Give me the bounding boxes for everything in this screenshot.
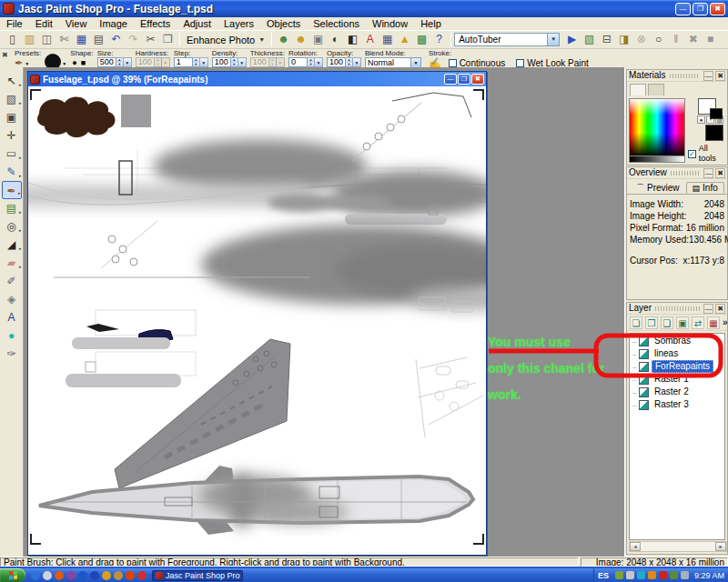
tab-preview[interactable]: ⌒ Preview <box>631 182 685 194</box>
quicklaunch-icon[interactable] <box>137 571 147 580</box>
tool-button[interactable]: ● ▸ <box>2 326 22 345</box>
quicklaunch-icon[interactable] <box>78 571 87 580</box>
tool-button[interactable]: ↖ ▸ <box>2 72 22 90</box>
color-picker[interactable] <box>629 98 685 156</box>
layer-row[interactable]: ‒ lineas <box>630 347 724 360</box>
tool-button[interactable]: ✑ ▸ <box>2 345 22 363</box>
layers-panel-titlebar[interactable]: Layer — ✖ <box>627 303 727 315</box>
tray-icon[interactable] <box>670 571 678 579</box>
quicklaunch-icon[interactable] <box>55 571 64 580</box>
tray-icon[interactable] <box>637 571 645 579</box>
scroll-track[interactable] <box>641 542 715 551</box>
layer-row[interactable]: ‒ Raster 2 <box>630 386 724 398</box>
tool-button[interactable]: ▭ ▸ <box>2 145 22 163</box>
doc-close-button[interactable]: ✖ <box>471 74 484 85</box>
spin-control[interactable]: 1 ▲▼ ▼ <box>174 57 208 67</box>
layer-row[interactable]: ‒ Raster 1 <box>630 373 724 386</box>
quicklaunch-icon[interactable] <box>43 571 52 580</box>
language-indicator[interactable]: ES <box>594 571 612 580</box>
quicklaunch-icon[interactable] <box>90 571 99 580</box>
grip-handle[interactable] <box>655 306 700 311</box>
enhance-photo-button[interactable]: Enhance Photo▼ <box>183 32 268 47</box>
spin-arrows[interactable]: ▲▼ <box>116 57 124 67</box>
toolbar-icon[interactable]: ✂ <box>142 32 159 47</box>
spin-value[interactable]: 500 <box>97 57 116 67</box>
toolbar-icon[interactable]: ✄ <box>56 32 73 47</box>
panel-minimize-button[interactable]: — <box>703 168 713 178</box>
grayscale-strip[interactable] <box>629 156 685 163</box>
menu-item[interactable]: Adjust <box>177 18 217 29</box>
close-options-icon[interactable]: ✖ <box>2 51 11 60</box>
spin-control[interactable]: 100 ▲▼ ▼ <box>327 57 361 67</box>
photo-toolbar-icon[interactable]: ? <box>430 32 448 47</box>
toolbar-icon[interactable]: ▯ <box>4 32 21 47</box>
script-toolbar-icon[interactable]: ‖ <box>667 32 684 47</box>
menu-item[interactable]: Layers <box>217 18 260 29</box>
toolbar-icon[interactable]: ◫ <box>38 32 56 47</box>
brush-tip-group[interactable]: ▼ <box>45 50 66 68</box>
spin-control[interactable]: 100 ▲▼ ▼ <box>250 57 285 67</box>
script-toolbar-icon[interactable]: ▶ <box>563 32 581 47</box>
script-toolbar-icon[interactable]: ○ <box>650 32 667 47</box>
quicklaunch-icon[interactable] <box>66 571 76 580</box>
spin-arrows[interactable]: ▲▼ <box>346 57 353 67</box>
spin-value[interactable]: 1 <box>174 57 193 67</box>
menu-item[interactable]: Edit <box>29 18 59 29</box>
tray-icon[interactable] <box>648 571 656 579</box>
overflow-chevron[interactable]: » <box>723 317 728 327</box>
start-button[interactable] <box>0 568 25 582</box>
tool-button[interactable]: ◎ ▸ <box>2 217 22 236</box>
script-toolbar-icon[interactable]: ■ <box>702 32 719 47</box>
minimize-button[interactable]: — <box>675 3 691 15</box>
tool-button[interactable]: ✐ ▸ <box>2 272 22 290</box>
tool-button[interactable]: ◈ ▸ <box>2 290 22 308</box>
spin-value[interactable]: 100 <box>212 57 231 67</box>
overview-panel-titlebar[interactable]: Overview — ✖ <box>627 167 727 179</box>
color-style-button[interactable]: ● <box>697 115 705 124</box>
menu-item[interactable]: View <box>59 18 94 29</box>
spin-value[interactable]: 0 <box>288 57 308 67</box>
panel-minimize-button[interactable]: — <box>703 304 713 314</box>
slider-drop-icon[interactable]: ▼ <box>277 57 285 67</box>
frame-tab[interactable] <box>630 84 646 95</box>
tool-button[interactable]: ◢ ▸ <box>2 236 22 254</box>
spin-arrows[interactable]: ▲▼ <box>193 57 200 67</box>
script-toolbar-icon[interactable]: ▧ <box>581 32 598 47</box>
slider-drop-icon[interactable]: ▼ <box>238 57 247 67</box>
layer-row[interactable]: ‒ ForReapaints <box>630 360 724 373</box>
photo-toolbar-icon[interactable]: ◧ <box>344 32 361 47</box>
spin-value[interactable]: 100 <box>136 57 155 67</box>
slider-drop-icon[interactable]: ▼ <box>124 57 132 67</box>
rainbow-tab[interactable] <box>648 84 664 95</box>
spin-control[interactable]: 500 ▲▼ ▼ <box>97 57 132 67</box>
spin-arrows[interactable]: ▲▼ <box>155 57 162 67</box>
panel-close-button[interactable]: ✖ <box>715 71 725 81</box>
spin-control[interactable]: 100 ▲▼ ▼ <box>212 57 247 67</box>
layer-row[interactable]: ‒ Sombras <box>630 335 724 347</box>
toolbar-icon[interactable]: ↷ <box>125 32 142 47</box>
menu-item[interactable]: Image <box>93 18 134 29</box>
spin-value[interactable]: 100 <box>250 57 269 67</box>
continuous-checkbox[interactable] <box>449 59 457 67</box>
close-button[interactable]: ✖ <box>710 3 725 15</box>
maximize-button[interactable]: ❐ <box>693 3 708 15</box>
menu-item[interactable]: Effects <box>134 18 177 29</box>
layer-toolbar-button[interactable]: ▦ <box>707 316 720 329</box>
taskbar-window-button[interactable]: Jasc Paint Shop Pro - ... <box>152 570 243 581</box>
scroll-left-icon[interactable]: ◂ <box>630 542 641 551</box>
tool-button[interactable]: ▣ ▸ <box>2 108 22 126</box>
script-toolbar-icon[interactable]: ◨ <box>615 32 632 47</box>
presets-group[interactable]: Presets: ✒▼ <box>15 50 41 68</box>
layer-row[interactable]: ‒ Raster 3 <box>630 398 724 411</box>
menu-item[interactable]: Help <box>414 18 448 29</box>
script-toolbar-icon[interactable]: ⊟ <box>598 32 615 47</box>
tray-icon[interactable] <box>681 571 689 579</box>
slider-drop-icon[interactable]: ▼ <box>353 57 361 67</box>
image-canvas[interactable] <box>28 86 486 555</box>
menu-item[interactable]: File <box>0 18 29 29</box>
slider-drop-icon[interactable]: ▼ <box>162 57 170 67</box>
spin-value[interactable]: 100 <box>327 57 346 67</box>
spin-arrows[interactable]: ▲▼ <box>269 57 277 67</box>
layer-toolbar-button[interactable]: ❑ <box>661 316 673 329</box>
tray-icon[interactable] <box>615 571 623 579</box>
